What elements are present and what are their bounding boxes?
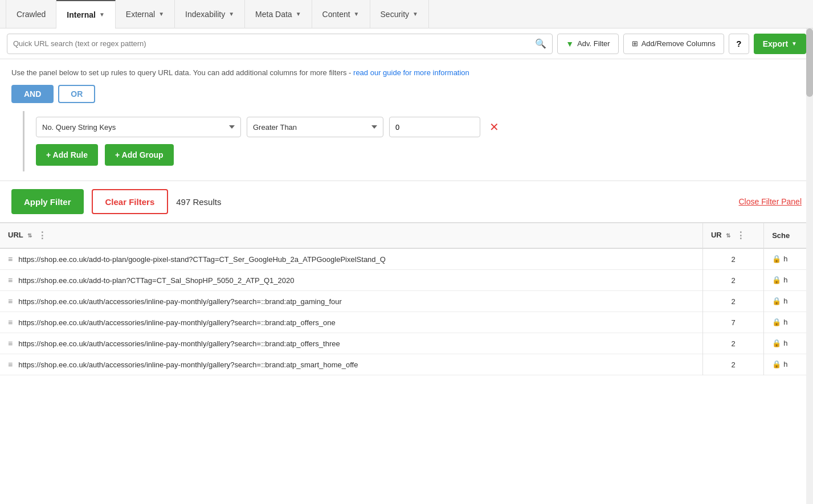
url-text[interactable]: https://shop.ee.co.uk/auth/accessories/i… [18,297,342,306]
url-col-dots[interactable]: ⋮ [34,231,50,240]
url-cell-4: ≡ https://shop.ee.co.uk/auth/accessories… [0,333,702,354]
table-row: ≡ https://shop.ee.co.uk/auth/accessories… [0,354,813,375]
nav-security-chevron: ▼ [412,11,418,17]
filter-row: No. Query String Keys Greater Than Less … [36,117,802,137]
th-scheme: Sche [764,223,813,248]
url-cell-2: ≡ https://shop.ee.co.uk/auth/accessories… [0,291,702,312]
adv-filter-button[interactable]: ▼ Adv. Filter [557,34,618,54]
lock-icon: 🔒 [772,297,781,305]
table-row: ≡ https://shop.ee.co.uk/auth/accessories… [0,291,813,312]
url-sort-icon[interactable]: ⇅ [27,232,32,239]
lock-icon: 🔒 [772,255,781,263]
nav-content-chevron: ▼ [354,11,359,17]
url-cell-3: ≡ https://shop.ee.co.uk/auth/accessories… [0,312,702,333]
search-icon-button[interactable]: 🔍 [535,38,546,49]
export-label: Export [763,39,788,48]
url-text[interactable]: https://shop.ee.co.uk/auth/accessories/i… [18,360,358,369]
ur-sort-icon[interactable]: ⇅ [726,232,730,239]
clear-filters-button[interactable]: Clear Filters [92,189,169,214]
table-body: ≡ https://shop.ee.co.uk/add-to-plan/goog… [0,248,813,375]
remove-rule-button[interactable]: ✕ [486,121,502,133]
url-cell-1: ≡ https://shop.ee.co.uk/add-to-plan?CTTa… [0,270,702,291]
search-input-wrap[interactable]: 🔍 [7,34,553,54]
url-text[interactable]: https://shop.ee.co.uk/add-to-plan?CTTag=… [18,276,294,285]
add-group-button[interactable]: + Add Group [105,144,174,166]
nav-security[interactable]: Security ▼ [370,0,429,28]
close-filter-panel-link[interactable]: Close Filter Panel [739,197,802,206]
row-menu-icon[interactable]: ≡ [8,360,13,369]
scheme-cell-0: 🔒h [764,249,812,269]
scheme-cell-5: 🔒h [764,354,812,374]
filter-apply-area: Apply Filter Clear Filters 497 Results C… [0,181,813,223]
results-count: 497 Results [176,197,221,207]
scheme-text: h [783,297,787,305]
filter-condition-select[interactable]: Greater Than Less Than Equals Not Equals [247,117,383,137]
lock-icon: 🔒 [772,318,781,326]
top-navigation: Crawled Internal ▼ External ▼ Indexabili… [0,0,813,28]
export-chevron-icon: ▼ [791,40,797,47]
nav-internal[interactable]: Internal ▼ [56,0,115,28]
table-row: ≡ https://shop.ee.co.uk/auth/accessories… [0,312,813,333]
lock-icon: 🔒 [772,339,781,347]
ur-cell-3: 7 [702,312,763,333]
add-remove-columns-button[interactable]: ⊞ Add/Remove Columns [623,34,724,54]
logic-buttons: AND OR [11,85,802,103]
scheme-text: h [783,276,787,284]
ur-cell-0: 2 [702,248,763,270]
row-menu-icon[interactable]: ≡ [8,276,13,285]
nav-metadata[interactable]: Meta Data ▼ [245,0,312,28]
adv-filter-label: Adv. Filter [577,39,610,48]
ur-col-dots[interactable]: ⋮ [733,231,749,240]
nav-content[interactable]: Content ▼ [312,0,370,28]
data-table-wrap: URL ⇅ ⋮ UR ⇅ ⋮ Sche ≡ https://shop.ee.co… [0,223,813,504]
filter-triangle-icon: ▼ [566,39,574,48]
filter-panel: Use the panel below to set up rules to q… [0,59,813,181]
scheme-text: h [783,318,787,326]
filter-info-link[interactable]: read our guide for more information [353,68,469,77]
url-text[interactable]: https://shop.ee.co.uk/auth/accessories/i… [18,339,340,348]
th-url: URL ⇅ ⋮ [0,223,702,248]
ur-cell-2: 2 [702,291,763,312]
row-menu-icon[interactable]: ≡ [8,297,13,306]
or-button[interactable]: OR [58,85,95,103]
row-menu-icon[interactable]: ≡ [8,318,13,327]
lock-icon: 🔒 [772,360,781,368]
scheme-cell-1: 🔒h [764,270,812,290]
ur-cell-4: 2 [702,333,763,354]
table-row: ≡ https://shop.ee.co.uk/auth/accessories… [0,333,813,354]
columns-icon: ⊞ [632,39,638,48]
search-bar-area: 🔍 ▼ Adv. Filter ⊞ Add/Remove Columns ? E… [0,28,813,59]
row-menu-icon[interactable]: ≡ [8,255,13,264]
nav-crawled[interactable]: Crawled [6,0,56,28]
nav-external-chevron: ▼ [158,11,164,17]
scheme-cell-3: 🔒h [764,312,812,332]
scheme-cell-4: 🔒h [764,333,812,353]
scheme-text: h [783,255,787,263]
table-header-row: URL ⇅ ⋮ UR ⇅ ⋮ Sche [0,223,813,248]
scrollbar-thumb[interactable] [806,28,813,97]
url-cell-0: ≡ https://shop.ee.co.uk/add-to-plan/goog… [0,248,702,270]
scheme-text: h [783,339,787,347]
action-buttons: + Add Rule + Add Group [36,144,802,166]
table-row: ≡ https://shop.ee.co.uk/add-to-plan/goog… [0,248,813,270]
nav-indexability-chevron: ▼ [228,11,234,17]
filter-info-text: Use the panel below to set up rules to q… [11,68,802,77]
search-input[interactable] [13,39,535,48]
nav-metadata-chevron: ▼ [296,11,301,17]
table-row: ≡ https://shop.ee.co.uk/add-to-plan?CTTa… [0,270,813,291]
add-rule-button[interactable]: + Add Rule [36,144,98,166]
data-table: URL ⇅ ⋮ UR ⇅ ⋮ Sche ≡ https://shop.ee.co… [0,223,813,375]
row-menu-icon[interactable]: ≡ [8,339,13,348]
scheme-text: h [783,360,787,368]
nav-indexability[interactable]: Indexability ▼ [175,0,245,28]
help-button[interactable]: ? [729,34,749,54]
nav-external[interactable]: External ▼ [116,0,175,28]
apply-filter-button[interactable]: Apply Filter [11,189,84,214]
and-button[interactable]: AND [11,85,54,103]
filter-field-select[interactable]: No. Query String Keys [36,117,241,137]
filter-value-input[interactable] [389,117,480,137]
url-text[interactable]: https://shop.ee.co.uk/add-to-plan/google… [18,255,386,264]
url-text[interactable]: https://shop.ee.co.uk/auth/accessories/i… [18,318,336,327]
filter-group: No. Query String Keys Greater Than Less … [23,111,802,171]
export-button[interactable]: Export ▼ [754,34,806,54]
